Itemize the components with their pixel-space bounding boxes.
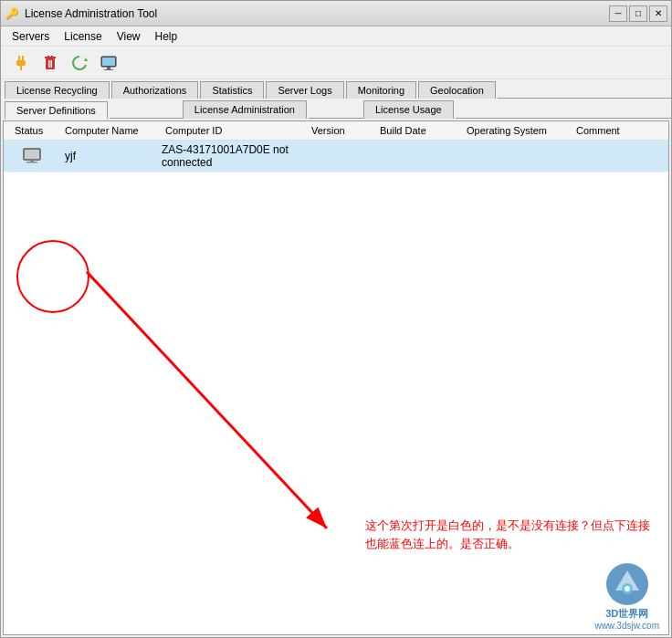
computer-name-cell: yjf [58,149,158,163]
col-header-computer-id: Computer ID [158,124,304,137]
tab-row-1: License Recycling Authorizations Statist… [1,79,671,99]
svg-rect-12 [102,58,115,66]
main-window: 🔑 License Administration Tool ─ □ ✕ Serv… [0,0,672,638]
content-area: Status Computer Name Computer ID Version… [3,120,669,635]
svg-rect-18 [26,162,37,163]
table-header: Status Computer Name Computer ID Version… [4,121,668,141]
col-header-comment: Comment [569,124,633,137]
svg-rect-14 [104,69,113,70]
watermark: 3D世界网 www.3dsjw.com [594,561,659,631]
tab-monitoring[interactable]: Monitoring [346,81,416,99]
svg-rect-5 [47,56,49,58]
computer-id-cell: ZAS-43171001A7D0E not connected [158,142,304,170]
col-header-build-date: Build Date [373,124,459,137]
plug-icon [12,54,30,72]
tab-authorizations[interactable]: Authorizations [111,81,199,99]
svg-rect-17 [30,160,34,162]
col-header-computer-name: Computer Name [58,124,158,137]
svg-marker-10 [84,58,88,61]
svg-point-24 [625,586,630,591]
annotation-line2: 也能蓝色连上的。是否正确。 [365,535,650,553]
delete-server-button[interactable] [37,50,63,76]
minimize-button[interactable]: ─ [609,5,627,22]
connect-button[interactable] [8,50,34,76]
svg-rect-6 [51,56,53,58]
annotation-line1: 这个第次打开是白色的，是不是没有连接？但点下连接 [365,517,650,535]
svg-rect-3 [20,66,22,70]
tab-license-usage[interactable]: License Usage [363,100,454,119]
table-row[interactable]: yjf ZAS-43171001A7D0E not connected [4,141,668,173]
menu-bar: Servers License View Help [1,26,671,47]
svg-rect-2 [16,60,26,66]
status-cell [7,148,58,164]
tab-geolocation[interactable]: Geolocation [418,81,496,99]
watermark-site: 3D世界网 [605,607,648,621]
watermark-logo [604,561,650,607]
svg-rect-7 [46,58,55,69]
watermark-url: www.3dsjw.com [594,621,659,631]
svg-rect-13 [107,67,110,69]
menu-license[interactable]: License [57,28,109,45]
title-bar: 🔑 License Administration Tool ─ □ ✕ [1,1,671,26]
refresh-icon [70,54,89,72]
monitor-icon [100,54,118,72]
menu-servers[interactable]: Servers [5,28,57,45]
window-title: License Administration Tool [25,7,157,20]
close-button[interactable]: ✕ [649,5,667,22]
menu-help[interactable]: Help [148,28,185,45]
svg-rect-9 [51,60,53,68]
title-bar-left: 🔑 License Administration Tool [5,6,157,21]
tab-license-recycling[interactable]: License Recycling [5,81,110,99]
not-connected-icon [23,148,43,164]
menu-view[interactable]: View [110,28,148,45]
tab-license-administration[interactable]: License Administration [183,100,307,119]
annotation-text: 这个第次打开是白色的，是不是没有连接？但点下连接 也能蓝色连上的。是否正确。 [365,517,650,552]
window-controls: ─ □ ✕ [609,5,667,22]
svg-rect-16 [25,150,39,159]
tab-server-definitions[interactable]: Server Definitions [5,101,108,120]
tab-row-2: Server Definitions License Administratio… [1,99,671,119]
svg-rect-4 [45,57,56,58]
svg-rect-8 [48,60,50,68]
tab-statistics[interactable]: Statistics [200,81,264,99]
col-header-status: Status [7,124,58,137]
toolbar [1,47,671,79]
maximize-button[interactable]: □ [629,5,647,22]
tab-server-logs[interactable]: Server Logs [266,81,343,99]
col-header-version: Version [304,124,373,137]
annotation-circle [16,240,89,313]
refresh-button[interactable] [67,50,92,76]
tabs-container: License Recycling Authorizations Statist… [1,79,671,119]
svg-line-20 [87,272,327,528]
app-icon: 🔑 [5,6,19,21]
monitor-button[interactable] [96,50,121,76]
delete-icon [41,54,59,72]
arrow-annotation [4,121,668,634]
col-header-os: Operating System [459,124,569,137]
